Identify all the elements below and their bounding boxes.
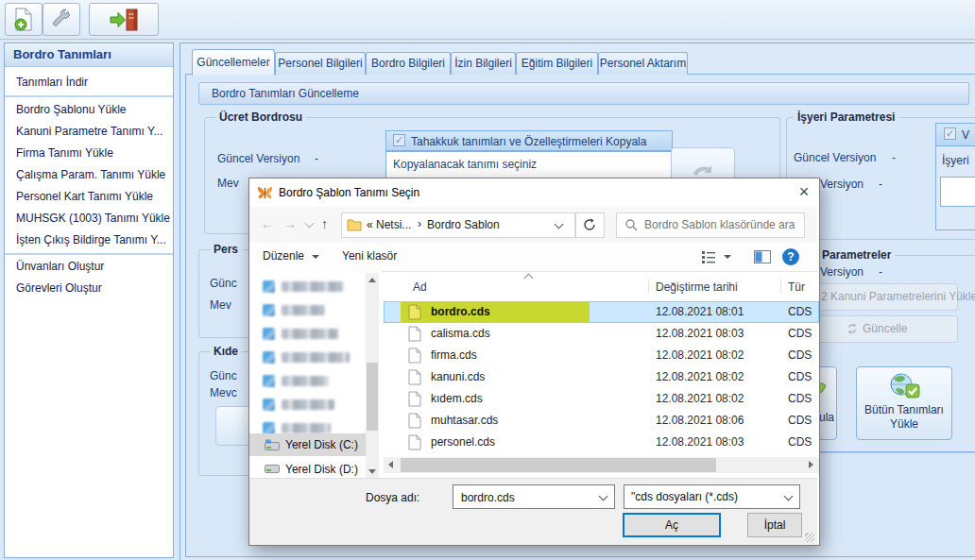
sidebar-item-calisma-param[interactable]: Çalışma Param. Tanımı Yükle [16,168,165,181]
help-question-glyph: ? [787,250,794,263]
redacted-place-icon[interactable] [263,280,275,293]
nav-up-icon[interactable]: ↑ [321,216,328,231]
redacted-place-item[interactable] [282,399,334,410]
column-divider[interactable] [648,279,649,294]
sidebar-item-kanuni-parametre[interactable]: Kanuni Parametre Tanımı Y... [16,125,162,138]
filetype-combobox[interactable]: "cds dosyaları (*.cds) [624,484,800,509]
open-button-label: Aç [665,518,678,532]
places-scrollbar[interactable] [366,273,379,480]
isyeri-input[interactable] [940,177,975,207]
file-row-kanuni[interactable]: kanuni.cds 12.08.2021 08:02 CDS [384,366,819,388]
sidebar-item-firma-tanimi[interactable]: Firma Tanımı Yükle [16,146,113,160]
file-row-muhtasar[interactable]: muhtasar.cds 12.08.2021 08:06 CDS [384,410,819,432]
isyeri-checkbox[interactable]: ✓ [944,127,956,140]
isyeri-checkbox-bar[interactable]: ✓ V [936,124,975,146]
tab-guncellemeler[interactable]: Güncellemeler [192,49,275,76]
redacted-place-item[interactable] [282,281,344,292]
dialog-titlebar[interactable]: Bordro Şablon Tanımı Seçin × [249,178,817,207]
tab-izin-bilgileri[interactable]: İzin Bilgileri [451,52,516,75]
sidebar-item-unvanlari-olustur[interactable]: Ünvanları Oluştur [16,260,104,273]
scroll-up-icon[interactable] [368,278,376,282]
file-row-firma[interactable]: firma.cds 12.08.2021 08:02 CDS [384,345,819,366]
place-drive-d[interactable]: Yerel Disk (D:) [249,459,366,480]
breadcrumb-chevron-icon[interactable] [555,220,564,229]
tahakkuk-checkbox[interactable]: ✓ [393,134,405,146]
sidebar-item-gorevleri-olustur[interactable]: Görevleri Oluştur [16,281,102,295]
file-row-personel[interactable]: personel.cds 12.08.2021 08:03 CDS [384,432,819,453]
nav-forward-icon[interactable]: → [283,216,297,231]
nav-history-chevron-icon[interactable] [305,219,315,229]
resize-grip[interactable] [805,533,814,542]
redacted-place-item[interactable] [282,352,350,363]
filename-input[interactable] [459,490,590,505]
duzenle-button[interactable]: Düzenle [263,249,304,263]
redacted-place-item[interactable] [282,305,325,315]
scroll-left-icon[interactable] [388,461,393,468]
redacted-place-icon[interactable] [263,351,275,364]
redacted-place-icon[interactable] [263,375,275,387]
redacted-place-icon[interactable] [263,399,275,411]
tab-personel-bilgileri[interactable]: Personel Bilgileri [275,52,366,75]
file-list-header: Ad Değiştirme tarihi Tür [384,273,819,297]
refresh-button[interactable] [575,212,605,238]
exit-button[interactable] [89,3,159,36]
filetype-combo-chevron-icon[interactable] [784,492,794,501]
places-scroll-thumb[interactable] [367,363,378,431]
filename-combobox[interactable] [453,484,615,509]
scroll-right-icon[interactable] [809,461,813,468]
file-row-kidem[interactable]: kıdem.cds 12.08.2021 08:02 CDS [384,388,819,410]
file-name: kanuni.cds [431,370,485,383]
new-definition-button[interactable] [5,3,43,36]
file-date: 12.08.2021 08:02 [656,348,744,362]
list-scroll-thumb[interactable] [401,458,716,472]
file-row-calisma[interactable]: calisma.cds 12.08.2021 08:03 CDS [384,323,819,345]
ucret-guncel-versiyon-label: Güncel Versiyon [217,152,299,165]
tab-egitim-bilgileri[interactable]: Eğitim Bilgileri [516,52,598,75]
sort-ascending-icon[interactable] [524,274,534,283]
place-drive-c[interactable]: Yerel Disk (C:) [249,433,366,456]
preview-pane-icon[interactable] [754,250,771,263]
settings-button[interactable] [43,3,80,36]
file-row-bordro[interactable]: bordro.cds 12.08.2021 08:01 CDS [384,301,819,323]
guncelle-button-label: Güncelle [863,322,907,335]
yeni-klasor-button[interactable]: Yeni klasör [342,249,397,263]
load-all-definitions-button[interactable]: Bütün Tanımları Yükle [856,366,952,440]
sidebar-header: Bordro Tanımları [5,43,173,67]
tab-personel-aktarim[interactable]: Personel Aktarım [598,52,688,75]
column-header-ad[interactable]: Ad [413,280,427,294]
open-button[interactable]: Aç [623,513,721,537]
refresh-small-icon [846,322,859,335]
search-input[interactable] [642,217,802,232]
redacted-place-item[interactable] [282,376,329,386]
filename-combo-chevron-icon[interactable] [599,492,608,501]
view-caret-icon[interactable] [724,255,731,259]
sidebar-item-tanimlari-indir[interactable]: Tanımları İndir [16,76,88,89]
breadcrumb-folder[interactable]: Bordro Sablon [427,218,500,231]
sidebar-item-bordro-sablonu[interactable]: Bordro Şablonu Yükle [16,103,127,116]
nav-back-icon[interactable]: ← [261,216,274,231]
breadcrumb-root[interactable]: Netsi... [376,218,411,231]
column-header-tarih[interactable]: Değiştirme tarihi [656,280,738,294]
redacted-place-item[interactable] [282,329,338,339]
column-header-tur[interactable]: Tür [788,280,805,294]
view-list-icon[interactable] [701,250,716,263]
scroll-down-icon[interactable] [368,469,376,474]
help-icon[interactable]: ? [782,248,799,265]
isyeri-label: İşyeri [942,154,969,167]
list-horizontal-scrollbar[interactable] [384,457,819,473]
tab-bordro-bilgileri[interactable]: Bordro Bilgileri [366,52,451,75]
column-divider[interactable] [780,279,781,294]
tahakkuk-checkbox-bar[interactable]: ✓ Tahakkuk tanımları ve Özelleştirmeleri… [385,130,673,151]
cancel-button[interactable]: İptal [747,513,802,537]
sidebar-item-isten-cikis[interactable]: İşten Çıkış Bildirge Tanımı Y... [16,233,166,246]
search-box[interactable] [616,212,805,238]
isyeri-subpanel: ✓ V İşyeri [935,123,975,230]
sidebar-item-muhsgk[interactable]: MUHSGK (1003) Tanımı Yükle [16,212,170,225]
redacted-place-icon[interactable] [263,304,275,316]
redacted-place-item[interactable] [282,423,331,433]
dialog-close-button[interactable]: × [791,178,817,207]
sidebar-item-personel-kart[interactable]: Personel Kart Tanımı Yükle [16,190,153,203]
redacted-place-icon[interactable] [263,328,275,340]
breadcrumb-bar[interactable]: « Netsi... › Bordro Sablon [341,212,575,238]
file-icon [408,413,421,429]
